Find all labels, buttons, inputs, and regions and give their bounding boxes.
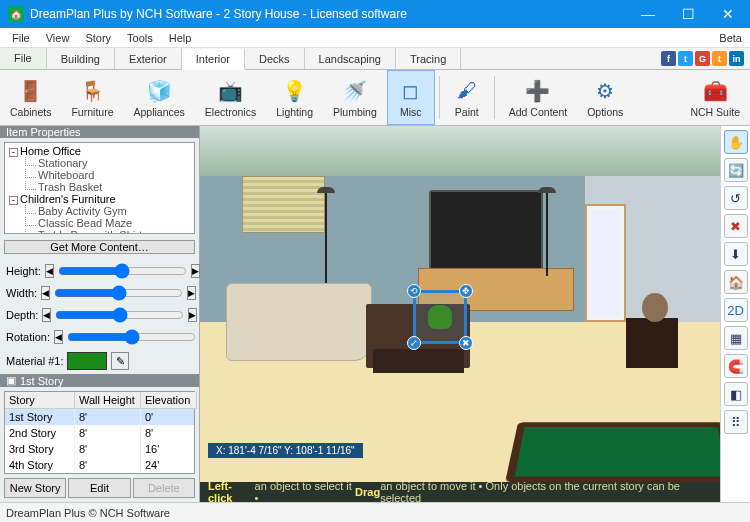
- column-header[interactable]: Elevation: [141, 392, 197, 409]
- tree-node[interactable]: Stationary: [7, 157, 192, 169]
- add-content-icon: ➕: [525, 78, 551, 104]
- depth-slider[interactable]: [55, 306, 184, 324]
- delete-tool[interactable]: ✖: [724, 214, 748, 238]
- rotate-handle-icon[interactable]: ⟲: [407, 284, 421, 298]
- tree-node[interactable]: Classic Bead Maze: [7, 217, 192, 229]
- column-header[interactable]: Story: [5, 392, 75, 409]
- twitter-icon[interactable]: t: [678, 51, 693, 66]
- material-swatch[interactable]: [67, 352, 107, 370]
- delete-handle-icon[interactable]: ✖: [459, 336, 473, 350]
- table-row[interactable]: 3rd Story8'16': [5, 441, 194, 457]
- selected-object-gizmo[interactable]: ⟲ ✥ ⤢ ✖: [413, 290, 467, 344]
- menu-help[interactable]: Help: [161, 28, 200, 47]
- eyedropper-icon[interactable]: ✎: [111, 352, 129, 370]
- tree-node[interactable]: Teddy Bear with Shirt: [7, 229, 192, 233]
- tumblr-icon[interactable]: t: [712, 51, 727, 66]
- menu-view[interactable]: View: [38, 28, 78, 47]
- google-plus-icon[interactable]: G: [695, 51, 710, 66]
- tree-node[interactable]: -Home Office: [7, 145, 192, 157]
- height-slider[interactable]: [58, 262, 187, 280]
- misc-icon: ◻: [398, 78, 424, 104]
- tab-landscaping[interactable]: Landscaping: [305, 48, 396, 69]
- paint-button[interactable]: 🖌Paint: [444, 70, 490, 125]
- table-row[interactable]: 4th Story8'24': [5, 457, 194, 473]
- appliances-button[interactable]: 🧊Appliances: [123, 70, 194, 125]
- cabinets-button[interactable]: 🚪Cabinets: [0, 70, 61, 125]
- collapse-icon: ▣: [6, 374, 16, 387]
- tab-file[interactable]: File: [0, 48, 47, 69]
- height-label: Height:: [6, 265, 41, 277]
- height-decrease-button[interactable]: ◀: [45, 264, 54, 278]
- item-properties-header[interactable]: Item Properties: [0, 126, 199, 138]
- right-toolbar: ✋🔄↺✖⬇🏠2D▦🧲◧⠿: [720, 126, 750, 502]
- globe: [642, 293, 668, 321]
- orbit-tool[interactable]: 🔄: [724, 158, 748, 182]
- tree-node[interactable]: Baby Activity Gym: [7, 205, 192, 217]
- tab-tracing[interactable]: Tracing: [396, 48, 461, 69]
- viewport[interactable]: ⟲ ✥ ⤢ ✖ X: 181'-4 7/16" Y: 108'-1 11/16"…: [200, 126, 720, 502]
- tv: [429, 190, 543, 275]
- lighting-button[interactable]: 💡Lighting: [266, 70, 323, 125]
- view-3d-tool[interactable]: 🏠: [724, 270, 748, 294]
- minimize-button[interactable]: —: [628, 0, 668, 28]
- tab-interior[interactable]: Interior: [182, 49, 245, 70]
- close-button[interactable]: ✕: [708, 0, 748, 28]
- ribbon-tabs: FileBuildingExteriorInteriorDecksLandsca…: [0, 48, 750, 70]
- scene-3d[interactable]: ⟲ ✥ ⤢ ✖ X: 181'-4 7/16" Y: 108'-1 11/16": [200, 126, 720, 482]
- snap-tool[interactable]: 🧲: [724, 354, 748, 378]
- new-story-button[interactable]: New Story: [4, 478, 66, 498]
- furniture-button[interactable]: 🪑Furniture: [61, 70, 123, 125]
- menu-tools[interactable]: Tools: [119, 28, 161, 47]
- download-tool[interactable]: ⬇: [724, 242, 748, 266]
- reset-view-tool[interactable]: ↺: [724, 186, 748, 210]
- misc-button[interactable]: ◻Misc: [387, 70, 435, 125]
- settings-tool[interactable]: ◧: [724, 382, 748, 406]
- depth-label: Depth:: [6, 309, 38, 321]
- menu-story[interactable]: Story: [77, 28, 119, 47]
- rotation-decrease-button[interactable]: ◀: [54, 330, 63, 344]
- delete-story-button[interactable]: Delete: [133, 478, 195, 498]
- height-increase-button[interactable]: ▶: [191, 264, 200, 278]
- get-more-content-button[interactable]: Get More Content…: [4, 240, 195, 254]
- menubar: FileViewStoryToolsHelp Beta: [0, 28, 750, 48]
- rotation-slider[interactable]: [67, 328, 196, 346]
- tab-building[interactable]: Building: [47, 48, 115, 69]
- tab-exterior[interactable]: Exterior: [115, 48, 182, 69]
- table-row[interactable]: 2nd Story8'8': [5, 425, 194, 441]
- width-slider[interactable]: [54, 284, 183, 302]
- story-panel-header[interactable]: ▣ 1st Story: [0, 374, 199, 387]
- depth-decrease-button[interactable]: ◀: [42, 308, 51, 322]
- tree-node[interactable]: Whiteboard: [7, 169, 192, 181]
- electronics-button[interactable]: 📺Electronics: [195, 70, 266, 125]
- table-row[interactable]: 1st Story8'0': [5, 409, 194, 425]
- tab-decks[interactable]: Decks: [245, 48, 305, 69]
- width-decrease-button[interactable]: ◀: [41, 286, 50, 300]
- move-handle-icon[interactable]: ✥: [459, 284, 473, 298]
- tree-node[interactable]: Trash Basket: [7, 181, 192, 193]
- column-header[interactable]: Wall Height: [75, 392, 141, 409]
- pan-tool[interactable]: ✋: [724, 130, 748, 154]
- maximize-button[interactable]: ☐: [668, 0, 708, 28]
- plumbing-button[interactable]: 🚿Plumbing: [323, 70, 387, 125]
- story-table[interactable]: StoryWall HeightElevation 1st Story8'0'2…: [4, 391, 195, 474]
- view-2d-tool[interactable]: 2D: [724, 298, 748, 322]
- width-increase-button[interactable]: ▶: [187, 286, 196, 300]
- tree-node[interactable]: -Children's Furniture: [7, 193, 192, 205]
- nch-suite-button[interactable]: 🧰 NCH Suite: [680, 70, 750, 125]
- linkedin-icon[interactable]: in: [729, 51, 744, 66]
- grip-tool[interactable]: ⠿: [724, 410, 748, 434]
- scale-handle-icon[interactable]: ⤢: [407, 336, 421, 350]
- expand-icon[interactable]: -: [9, 148, 18, 157]
- options-button[interactable]: ⚙Options: [577, 70, 633, 125]
- cabinets-icon: 🚪: [18, 78, 44, 104]
- rotation-label: Rotation:: [6, 331, 50, 343]
- options-icon: ⚙: [592, 78, 618, 104]
- add-content-button[interactable]: ➕Add Content: [499, 70, 577, 125]
- edit-story-button[interactable]: Edit: [68, 478, 130, 498]
- facebook-icon[interactable]: f: [661, 51, 676, 66]
- toggle-1[interactable]: ▦: [724, 326, 748, 350]
- expand-icon[interactable]: -: [9, 196, 18, 205]
- item-tree[interactable]: -Home OfficeStationaryWhiteboardTrash Ba…: [4, 142, 195, 233]
- depth-increase-button[interactable]: ▶: [188, 308, 197, 322]
- menu-file[interactable]: File: [4, 28, 38, 47]
